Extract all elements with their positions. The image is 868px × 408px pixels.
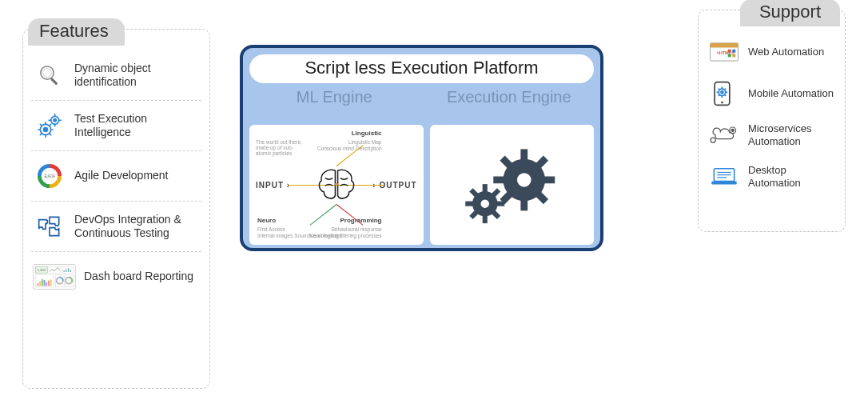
laptop-icon bbox=[708, 162, 740, 191]
svg-rect-27 bbox=[66, 270, 66, 272]
feature-item: AGILE Agile Development bbox=[31, 151, 201, 202]
svg-point-71 bbox=[721, 102, 723, 104]
svg-point-14 bbox=[54, 119, 56, 122]
svg-rect-55 bbox=[483, 214, 488, 223]
svg-rect-66 bbox=[728, 50, 731, 53]
feature-label: Dash board Reporting bbox=[84, 270, 193, 284]
execution-engine-header: Execution Engine bbox=[424, 88, 595, 125]
support-item: Mobile Automation bbox=[707, 73, 837, 114]
svg-rect-29 bbox=[70, 270, 71, 272]
magnifier-icon bbox=[33, 58, 66, 92]
browser-icon: <HTML> bbox=[708, 38, 740, 66]
feature-item: 1,500 bbox=[31, 252, 201, 302]
svg-line-12 bbox=[50, 124, 51, 126]
brain-icon bbox=[316, 167, 357, 203]
ml-neuro-label: Neuro bbox=[257, 217, 276, 224]
ml-behavioural-sub: Neurological filtering processes bbox=[309, 233, 381, 238]
svg-rect-33 bbox=[42, 279, 43, 286]
svg-point-4 bbox=[44, 128, 48, 132]
feature-label: DevOps Integration & Continuous Testing bbox=[74, 213, 200, 241]
gears-blue-icon bbox=[33, 109, 66, 142]
ml-linguistic-map-label: Linguistic Map bbox=[348, 139, 382, 145]
svg-rect-26 bbox=[63, 270, 64, 272]
feature-item: DevOps Integration & Continuous Testing bbox=[31, 202, 201, 252]
puzzle-icon bbox=[33, 210, 66, 243]
support-label: Web Automation bbox=[748, 46, 824, 58]
support-label: Desktop Automation bbox=[748, 164, 835, 189]
svg-line-78 bbox=[719, 89, 720, 90]
svg-point-84 bbox=[731, 129, 734, 131]
svg-rect-31 bbox=[37, 283, 38, 286]
svg-rect-28 bbox=[68, 268, 69, 272]
support-panel: Support <HTML> Web Automation bbox=[698, 10, 846, 232]
svg-rect-46 bbox=[494, 176, 505, 183]
feature-label: Agile Development bbox=[74, 169, 169, 183]
ml-engine-box: The world out there, made up of sub-atom… bbox=[249, 125, 424, 245]
support-item: Microservices Automation bbox=[707, 114, 837, 156]
feature-item: Test Execution Intelligence bbox=[31, 101, 201, 151]
engine-bodies: The world out there, made up of sub-atom… bbox=[249, 125, 594, 245]
support-header: Support bbox=[740, 0, 840, 26]
svg-point-42 bbox=[335, 183, 338, 186]
feature-label: Dynamic object identification bbox=[74, 62, 200, 90]
svg-rect-35 bbox=[46, 282, 47, 286]
svg-text:AGILE: AGILE bbox=[44, 174, 55, 178]
engine-headers: ML Engine Execution Engine bbox=[249, 88, 594, 125]
svg-point-83 bbox=[711, 138, 715, 142]
svg-line-81 bbox=[724, 89, 726, 90]
svg-rect-34 bbox=[44, 280, 46, 286]
ml-behavioural-label: Behavioural response bbox=[332, 226, 382, 232]
support-label: Mobile Automation bbox=[748, 87, 834, 100]
cloud-api-icon bbox=[708, 121, 740, 150]
svg-rect-64 bbox=[711, 43, 739, 48]
support-list: <HTML> Web Automation bbox=[699, 10, 845, 206]
gears-icon bbox=[456, 137, 567, 234]
ml-engine-header: ML Engine bbox=[249, 88, 420, 125]
svg-line-11 bbox=[40, 134, 42, 135]
svg-line-10 bbox=[50, 134, 51, 135]
feature-label: Test Execution Intelligence bbox=[74, 112, 200, 140]
svg-rect-69 bbox=[732, 54, 735, 57]
svg-rect-45 bbox=[521, 199, 528, 210]
svg-rect-47 bbox=[544, 176, 555, 183]
svg-point-62 bbox=[481, 199, 490, 208]
svg-point-1 bbox=[43, 69, 52, 78]
svg-rect-67 bbox=[732, 50, 735, 53]
ml-linguistic-label: Linguistic bbox=[352, 130, 382, 137]
svg-line-9 bbox=[40, 124, 42, 126]
execution-engine-box bbox=[430, 125, 595, 245]
svg-text:<HTML>: <HTML> bbox=[717, 50, 735, 55]
dashboard-icon: 1,500 bbox=[33, 260, 76, 294]
svg-point-73 bbox=[721, 91, 723, 94]
features-list: Dynamic object identification bbox=[23, 30, 209, 310]
support-item: <HTML> Web Automation bbox=[707, 31, 837, 73]
svg-rect-44 bbox=[521, 149, 528, 160]
mobile-gear-icon bbox=[708, 79, 740, 108]
svg-rect-36 bbox=[48, 281, 50, 286]
svg-line-80 bbox=[719, 94, 720, 96]
features-header: Features bbox=[28, 18, 125, 46]
agile-cycle-icon: AGILE bbox=[33, 159, 66, 193]
ml-input-label: INPUT › bbox=[256, 181, 290, 190]
svg-point-52 bbox=[517, 173, 532, 187]
svg-line-79 bbox=[724, 94, 726, 96]
svg-rect-37 bbox=[50, 279, 52, 286]
svg-rect-56 bbox=[466, 201, 475, 206]
feature-item: Dynamic object identification bbox=[31, 50, 201, 101]
svg-rect-32 bbox=[39, 281, 41, 286]
ml-linguistic-map-sub: Conscious mind Description bbox=[317, 146, 382, 151]
svg-rect-54 bbox=[483, 184, 488, 193]
svg-rect-2 bbox=[50, 78, 58, 86]
platform-title: Script less Execution Platform bbox=[249, 54, 594, 83]
support-item: Desktop Automation bbox=[707, 156, 837, 198]
support-label: Microservices Automation bbox=[748, 122, 835, 147]
platform-card: Script less Execution Platform ML Engine… bbox=[240, 45, 603, 251]
svg-rect-68 bbox=[728, 54, 731, 57]
features-panel: Features Dynamic object identification bbox=[22, 29, 210, 389]
svg-rect-89 bbox=[711, 182, 737, 185]
svg-text:1,500: 1,500 bbox=[38, 268, 46, 272]
svg-rect-57 bbox=[496, 201, 505, 206]
ml-first-access-label: First Access bbox=[257, 226, 285, 232]
ml-intro-text: The world out there, made up of sub-atom… bbox=[256, 139, 304, 156]
